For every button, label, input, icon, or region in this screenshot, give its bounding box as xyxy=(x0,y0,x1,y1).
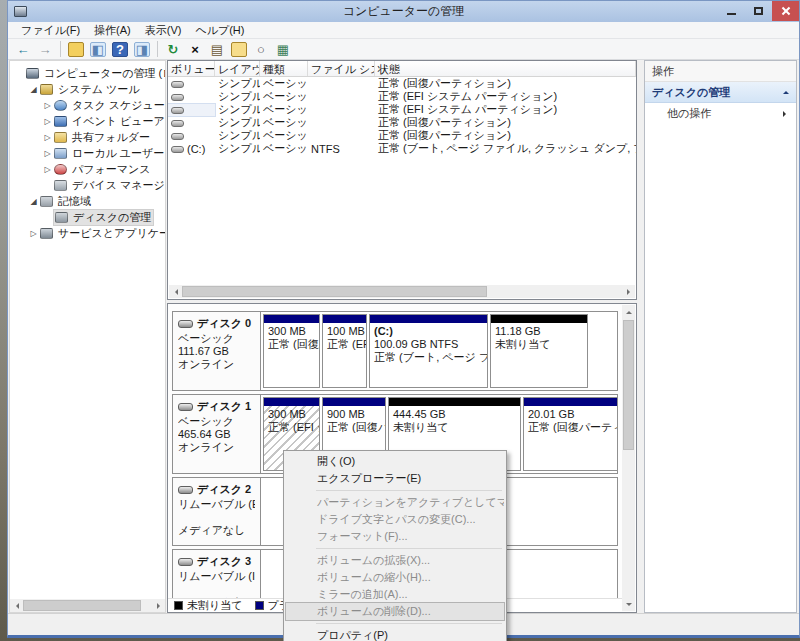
context-menu-item-5[interactable]: フォーマット(F)... xyxy=(286,528,504,545)
legend-swatch xyxy=(255,601,264,610)
scrollbar-thumb[interactable] xyxy=(23,600,141,611)
scrollbar-thumb[interactable] xyxy=(623,320,634,450)
disk-label-1[interactable]: ディスク 1ベーシック465.64 GBオンライン xyxy=(173,395,261,473)
menu-item-3[interactable]: ヘルプ(H) xyxy=(188,22,251,39)
disk-label-2[interactable]: ディスク 2リムーバブル (E:) メディアなし xyxy=(173,478,261,545)
context-menu-item-3[interactable]: パーティションをアクティブとしてマーク(M) xyxy=(286,494,504,511)
context-menu-item-8[interactable]: ボリュームの縮小(H)... xyxy=(286,569,504,586)
tree-item-8[interactable]: ◢記憶域 xyxy=(10,193,165,209)
help-icon: ? xyxy=(112,42,128,57)
maximize-button[interactable] xyxy=(745,1,772,21)
scroll-right-icon[interactable] xyxy=(152,599,165,612)
volume-cell xyxy=(168,78,215,90)
actions-item-more[interactable]: 他の操作 xyxy=(645,103,796,124)
tree-item-10[interactable]: ▷サービスとアプリケーション xyxy=(10,225,165,241)
column-header-0[interactable]: ボリューム xyxy=(168,61,215,76)
minimize-button[interactable] xyxy=(718,1,745,21)
tree-item-0[interactable]: コンピューターの管理 (ローカル) xyxy=(10,65,165,81)
volume-icon xyxy=(171,146,184,153)
volume-cell xyxy=(168,117,215,129)
collapsed-expander-icon[interactable]: ▷ xyxy=(42,133,53,142)
actions-panel-title: 操作 xyxy=(645,61,796,82)
partition-0-0[interactable]: 300 MB正常 (回復パーティション) xyxy=(263,314,320,388)
actions-panel: 操作 ディスクの管理 他の操作 xyxy=(644,60,797,613)
forward-button[interactable]: → xyxy=(35,40,55,58)
parent-folder-icon xyxy=(68,42,84,57)
open-folder-button[interactable] xyxy=(229,40,249,58)
tree-item-7[interactable]: デバイス マネージャー xyxy=(10,177,165,193)
context-menu-item-0[interactable]: 開く(O) xyxy=(286,453,504,470)
disk-label-0[interactable]: ディスク 0ベーシック111.67 GBオンライン xyxy=(173,312,261,390)
find-button[interactable]: ○ xyxy=(251,40,271,58)
scrollbar-thumb[interactable] xyxy=(182,286,487,297)
context-menu-item-9[interactable]: ミラーの追加(A)... xyxy=(286,586,504,603)
show-action-pane-button[interactable]: ◨ xyxy=(132,40,152,58)
tree-item-label: デバイス マネージャー xyxy=(70,178,166,193)
actions-group-disk-management[interactable]: ディスクの管理 xyxy=(645,82,796,103)
tree-item-3[interactable]: ▷イベント ビューアー xyxy=(10,113,165,129)
partition-body: (C:)100.09 GB NTFS正常 (ブート, ページ ファイル, クラッ… xyxy=(370,323,487,387)
close-button[interactable] xyxy=(772,1,799,21)
column-header-3[interactable]: ファイル システム xyxy=(308,61,375,76)
unallocated-bar xyxy=(491,315,587,323)
menu-item-0[interactable]: ファイル(F) xyxy=(14,22,87,39)
tree-item-4[interactable]: ▷共有フォルダー xyxy=(10,129,165,145)
disk-icon xyxy=(178,558,193,566)
expanded-expander-icon[interactable]: ◢ xyxy=(28,85,39,94)
show-console-tree-button[interactable]: ◧ xyxy=(88,40,108,58)
context-menu-item-10[interactable]: ボリュームの削除(D)... xyxy=(286,603,504,620)
toolbar: ←→◧?◨↻×▤○▦ xyxy=(8,39,799,60)
tree-item-9[interactable]: ディスクの管理 xyxy=(10,209,165,225)
column-header-2[interactable]: 種類 xyxy=(260,61,308,76)
column-header-1[interactable]: レイアウト xyxy=(215,61,260,76)
volume-list: ボリュームレイアウト種類ファイル システム状態 シンプルベーシック正常 (回復パ… xyxy=(167,60,637,300)
partition-0-1[interactable]: 100 MB正常 (EFI システム パーティション) xyxy=(322,314,367,388)
context-menu-item-1[interactable]: エクスプローラー(E) xyxy=(286,470,504,487)
tree-item-2[interactable]: ▷タスク スケジューラ xyxy=(10,97,165,113)
tree-item-6[interactable]: ▷パフォーマンス xyxy=(10,161,165,177)
partition-0-3[interactable]: 11.18 GB未割り当て xyxy=(490,314,588,388)
disk-icon xyxy=(178,320,193,328)
delete-button[interactable]: × xyxy=(185,40,205,58)
context-menu-item-4[interactable]: ドライブ文字とパスの変更(C)... xyxy=(286,511,504,528)
scroll-down-icon[interactable] xyxy=(622,598,635,611)
context-menu-item-12[interactable]: プロパティ(P) xyxy=(286,627,504,641)
scroll-left-icon[interactable] xyxy=(169,285,182,298)
menu-item-2[interactable]: 表示(V) xyxy=(138,22,189,39)
tree-item-1[interactable]: ◢システム ツール xyxy=(10,81,165,97)
parent-folder-button[interactable] xyxy=(66,40,86,58)
collapsed-expander-icon[interactable]: ▷ xyxy=(42,165,53,174)
tree-item-5[interactable]: ▷ローカル ユーザーとグループ xyxy=(10,145,165,161)
scroll-left-icon[interactable] xyxy=(10,599,23,612)
system-tools-icon xyxy=(40,84,53,95)
back-button[interactable]: ← xyxy=(13,40,33,58)
tree-hscrollbar[interactable] xyxy=(10,599,165,612)
console-window-button[interactable]: ▦ xyxy=(273,40,293,58)
collapsed-expander-icon[interactable]: ▷ xyxy=(42,149,53,158)
collapse-icon[interactable] xyxy=(783,88,789,94)
help-button[interactable]: ? xyxy=(110,40,130,58)
collapsed-expander-icon[interactable]: ▷ xyxy=(28,229,39,238)
scroll-up-icon[interactable] xyxy=(622,305,635,318)
partition-0-2[interactable]: (C:)100.09 GB NTFS正常 (ブート, ページ ファイル, クラッ… xyxy=(369,314,488,388)
scroll-right-icon[interactable] xyxy=(622,285,635,298)
disk-pane-vscrollbar[interactable] xyxy=(622,305,635,611)
title-bar[interactable]: コンピューターの管理 xyxy=(8,1,799,22)
partition-1-3[interactable]: 20.01 GB正常 (回復パーティション) xyxy=(523,397,617,471)
properties-button[interactable]: ▤ xyxy=(207,40,227,58)
expanded-expander-icon[interactable]: ◢ xyxy=(28,197,39,206)
find-icon: ○ xyxy=(253,42,269,57)
partition-status: 正常 (EFI システム パーティション) xyxy=(268,421,315,434)
volume-list-hscrollbar[interactable] xyxy=(169,285,635,298)
refresh-button[interactable]: ↻ xyxy=(163,40,183,58)
collapsed-expander-icon[interactable]: ▷ xyxy=(42,101,53,110)
disk-row-0: ディスク 0ベーシック111.67 GBオンライン300 MB正常 (回復パーテ… xyxy=(172,311,618,391)
disk-label-3[interactable]: ディスク 3リムーバブル (I:) メディアなし xyxy=(173,550,261,598)
context-menu-item-7[interactable]: ボリュームの拡張(X)... xyxy=(286,552,504,569)
collapsed-expander-icon[interactable]: ▷ xyxy=(42,117,53,126)
menu-item-1[interactable]: 操作(A) xyxy=(87,22,138,39)
delete-icon: × xyxy=(187,42,203,57)
column-header-4[interactable]: 状態 xyxy=(375,61,636,76)
actions-item-label: 他の操作 xyxy=(667,106,711,121)
volume-row-5[interactable]: (C:)シンプルベーシックNTFS正常 (ブート, ページ ファイル, クラッシ… xyxy=(168,142,636,155)
